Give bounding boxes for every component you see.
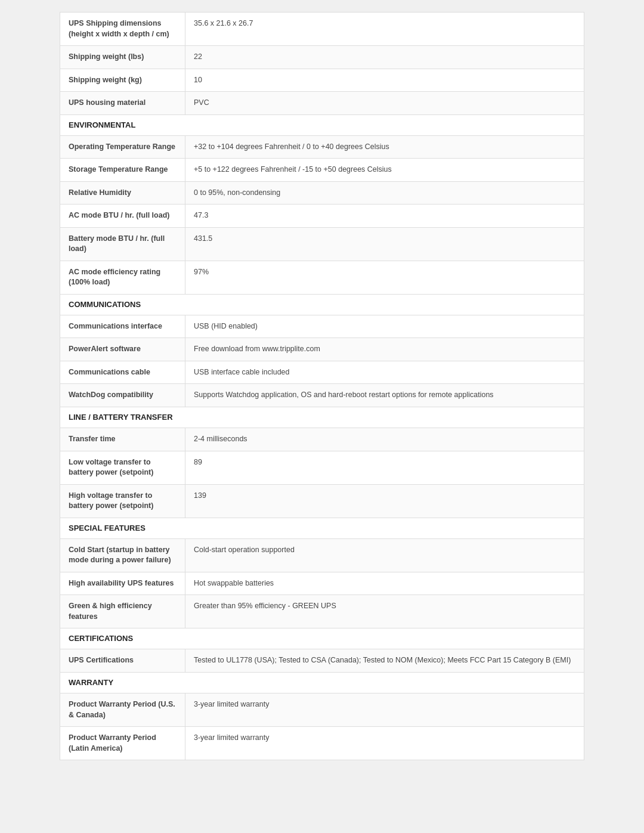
table-row: Product Warranty Period (U.S. & Canada)3… — [60, 693, 584, 727]
row-label: Green & high efficiency features — [60, 595, 185, 628]
table-row: Shipping weight (kg)10 — [60, 69, 584, 92]
table-row: High voltage transfer to battery power (… — [60, 484, 584, 518]
table-row: Low voltage transfer to battery power (s… — [60, 451, 584, 484]
row-value: Free download from www.tripplite.com — [185, 338, 584, 361]
spec-table: UPS Shipping dimensions (height x width … — [60, 12, 584, 760]
row-label: AC mode efficiency rating (100% load) — [60, 261, 185, 294]
row-value: 139 — [185, 484, 584, 518]
table-row: High availability UPS featuresHot swappa… — [60, 572, 584, 595]
table-row: Operating Temperature Range+32 to +104 d… — [60, 135, 584, 159]
row-value: 22 — [185, 46, 584, 69]
row-value: 97% — [185, 261, 584, 294]
table-row: Transfer time2-4 milliseconds — [60, 428, 584, 451]
row-label: Product Warranty Period (U.S. & Canada) — [60, 693, 185, 727]
table-row: Battery mode BTU / hr. (full load)431.5 — [60, 227, 584, 261]
section-header-label: ENVIRONMENTAL — [60, 114, 584, 135]
row-label: AC mode BTU / hr. (full load) — [60, 205, 185, 228]
row-value: Tested to UL1778 (USA); Tested to CSA (C… — [185, 649, 584, 673]
row-label: High availability UPS features — [60, 572, 185, 595]
section-header-label: LINE / BATTERY TRANSFER — [60, 407, 584, 428]
row-label: PowerAlert software — [60, 338, 185, 361]
row-value: +32 to +104 degrees Fahrenheit / 0 to +4… — [185, 135, 584, 159]
table-row: Cold Start (startup in battery mode duri… — [60, 538, 584, 572]
section-header-label: COMMUNICATIONS — [60, 294, 584, 315]
table-row: Green & high efficiency featuresGreater … — [60, 595, 584, 628]
row-value: Cold-start operation supported — [185, 538, 584, 572]
table-row: AC mode efficiency rating (100% load)97% — [60, 261, 584, 294]
table-row: UPS Shipping dimensions (height x width … — [60, 13, 584, 46]
section-header: COMMUNICATIONS — [60, 294, 584, 315]
row-label: Shipping weight (kg) — [60, 69, 185, 92]
row-value: USB interface cable included — [185, 361, 584, 384]
row-label: Communications cable — [60, 361, 185, 384]
table-row: Communications interfaceUSB (HID enabled… — [60, 315, 584, 338]
row-value: 3-year limited warranty — [185, 727, 584, 760]
row-label: Transfer time — [60, 428, 185, 451]
row-value: Hot swappable batteries — [185, 572, 584, 595]
row-value: 10 — [185, 69, 584, 92]
row-value: 35.6 x 21.6 x 26.7 — [185, 13, 584, 46]
row-label: Storage Temperature Range — [60, 159, 185, 182]
section-header: ENVIRONMENTAL — [60, 114, 584, 135]
row-value: PVC — [185, 92, 584, 115]
table-row: UPS CertificationsTested to UL1778 (USA)… — [60, 649, 584, 673]
row-value: USB (HID enabled) — [185, 315, 584, 338]
row-label: Product Warranty Period (Latin America) — [60, 727, 185, 760]
section-header-label: CERTIFICATIONS — [60, 628, 584, 649]
row-label: WatchDog compatibility — [60, 384, 185, 407]
row-value: 2-4 milliseconds — [185, 428, 584, 451]
row-label: Shipping weight (lbs) — [60, 46, 185, 69]
row-value: Greater than 95% efficiency - GREEN UPS — [185, 595, 584, 628]
table-row: WatchDog compatibilitySupports Watchdog … — [60, 384, 584, 407]
row-label: UPS Certifications — [60, 649, 185, 673]
table-row: AC mode BTU / hr. (full load)47.3 — [60, 205, 584, 228]
row-value: 3-year limited warranty — [185, 693, 584, 727]
section-header: SPECIAL FEATURES — [60, 518, 584, 538]
row-label: Cold Start (startup in battery mode duri… — [60, 538, 185, 572]
table-row: PowerAlert softwareFree download from ww… — [60, 338, 584, 361]
section-header-label: SPECIAL FEATURES — [60, 518, 584, 538]
table-row: Relative Humidity0 to 95%, non-condensin… — [60, 181, 584, 205]
row-label: Low voltage transfer to battery power (s… — [60, 451, 185, 484]
row-label: Operating Temperature Range — [60, 135, 185, 159]
row-value: +5 to +122 degrees Fahrenheit / -15 to +… — [185, 159, 584, 182]
row-value: 47.3 — [185, 205, 584, 228]
row-label: UPS Shipping dimensions (height x width … — [60, 13, 185, 46]
row-value: 89 — [185, 451, 584, 484]
row-value: 0 to 95%, non-condensing — [185, 181, 584, 205]
table-row: Communications cableUSB interface cable … — [60, 361, 584, 384]
row-label: Battery mode BTU / hr. (full load) — [60, 227, 185, 261]
table-row: Product Warranty Period (Latin America)3… — [60, 727, 584, 760]
section-header: LINE / BATTERY TRANSFER — [60, 407, 584, 428]
row-value: Supports Watchdog application, OS and ha… — [185, 384, 584, 407]
row-label: UPS housing material — [60, 92, 185, 115]
row-label: Relative Humidity — [60, 181, 185, 205]
section-header: WARRANTY — [60, 672, 584, 693]
section-header-label: WARRANTY — [60, 672, 584, 693]
table-row: Storage Temperature Range+5 to +122 degr… — [60, 159, 584, 182]
row-value: 431.5 — [185, 227, 584, 261]
row-label: Communications interface — [60, 315, 185, 338]
table-row: Shipping weight (lbs)22 — [60, 46, 584, 69]
row-label: High voltage transfer to battery power (… — [60, 484, 185, 518]
table-row: UPS housing materialPVC — [60, 92, 584, 115]
section-header: CERTIFICATIONS — [60, 628, 584, 649]
